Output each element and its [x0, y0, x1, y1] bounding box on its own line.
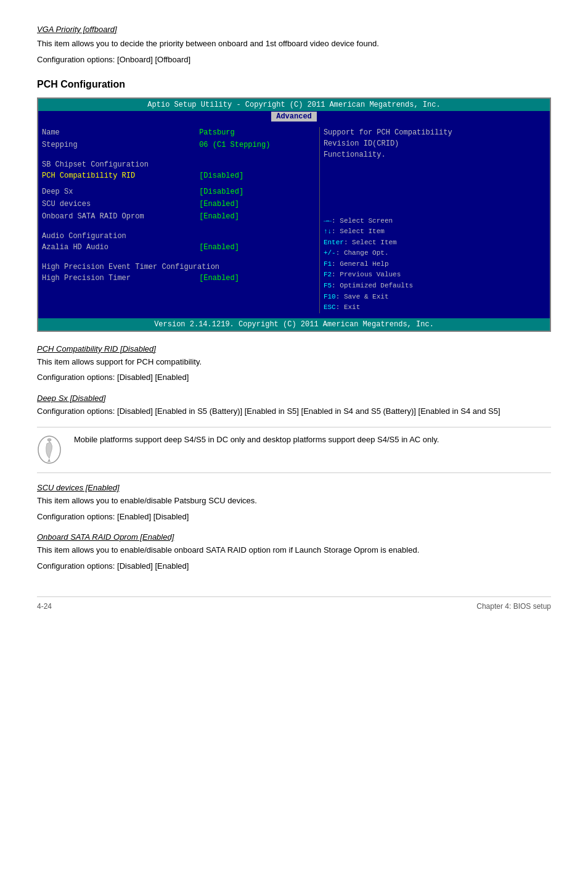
bios-row-azalia[interactable]: Azalia HD Audio [Enabled]	[42, 242, 313, 253]
bios-value-sata-raid: [Enabled]	[199, 211, 313, 222]
desc-deep-sx-title: Deep Sx [Disabled]	[37, 394, 551, 403]
bios-nav-f2: F2: Previous Values	[324, 270, 546, 281]
bios-nav-enter: Enter: Select Item	[324, 237, 546, 249]
bios-help-text: Support for PCH CompatibilityRevision ID…	[324, 127, 546, 160]
intro-config-options: Configuration options: [Onboard] [Offboa…	[37, 55, 551, 64]
bios-row-name: Name Patsburg	[42, 127, 313, 138]
page-number: 4-24	[37, 602, 52, 611]
bios-label-azalia: Azalia HD Audio	[42, 242, 199, 253]
pch-section-heading: PCH Configuration	[37, 79, 551, 90]
intro-title: VGA Priority [offboard]	[37, 25, 551, 34]
desc-scu-text: This item allows you to enable/disable P…	[37, 495, 551, 507]
bios-label-hpet: High Precision Timer	[42, 273, 199, 284]
intro-section: VGA Priority [offboard] This item allows…	[37, 25, 551, 64]
bios-nav-esc: ESC: Exit	[324, 302, 546, 313]
note-text: Mobile platforms support deep S4/S5 in D…	[74, 434, 439, 446]
chapter-label: Chapter 4: BIOS setup	[476, 602, 551, 611]
note-box: Mobile platforms support deep S4/S5 in D…	[37, 427, 551, 473]
bios-row-stepping: Stepping 06 (C1 Stepping)	[42, 139, 313, 151]
bios-value-hpet: [Enabled]	[199, 273, 313, 284]
bios-value-azalia: [Enabled]	[199, 242, 313, 253]
bios-value-name: Patsburg	[199, 127, 313, 138]
intro-description: This item allows you to decide the prior…	[37, 38, 551, 50]
bios-nav-select-screen: →←: Select Screen	[324, 216, 546, 227]
bios-audio-config-label: Audio Configuration	[42, 232, 313, 241]
desc-deep-sx: Deep Sx [Disabled] Configuration options…	[37, 394, 551, 418]
desc-deep-sx-text: Configuration options: [Disabled] [Enabl…	[37, 405, 551, 418]
bios-value-stepping: 06 (C1 Stepping)	[199, 139, 313, 151]
bios-label-pch-compat: PCH Compatibility RID	[42, 170, 199, 181]
bios-nav-keys: →←: Select Screen ↑↓: Select Item Enter:…	[324, 216, 546, 313]
note-icon	[37, 435, 67, 466]
bios-sb-chipset-label: SB Chipset Configuration	[42, 160, 313, 169]
bios-value-deep-sx: [Disabled]	[199, 186, 313, 197]
bios-footer: Version 2.14.1219. Copyright (C) 2011 Am…	[38, 318, 550, 331]
page-footer: 4-24 Chapter 4: BIOS setup	[37, 596, 551, 611]
desc-pch-compat-text: This item allows support for PCH compati…	[37, 356, 551, 368]
bios-row-deep-sx[interactable]: Deep Sx [Disabled]	[42, 186, 313, 197]
bios-row-pch-compat[interactable]: PCH Compatibility RID [Disabled]	[42, 170, 313, 181]
bios-tab-bar: Advanced	[38, 111, 550, 122]
bios-row-sata-raid[interactable]: Onboard SATA RAID Oprom [Enabled]	[42, 211, 313, 222]
bios-nav-f1: F1: General Help	[324, 259, 546, 270]
bios-hpet-label: High Precision Event Timer Configuration	[42, 263, 313, 271]
desc-pch-compat-title: PCH Compatibility RID [Disabled]	[37, 344, 551, 353]
bios-row-scu[interactable]: SCU devices [Enabled]	[42, 199, 313, 210]
desc-sata-raid: Onboard SATA RAID Oprom [Enabled] This i…	[37, 532, 551, 572]
bios-body: Name Patsburg Stepping 06 (C1 Stepping) …	[38, 122, 550, 318]
bios-label-sata-raid: Onboard SATA RAID Oprom	[42, 211, 199, 222]
bios-nav-f5: F5: Optimized Defaults	[324, 281, 546, 292]
page-content: VGA Priority [offboard] This item allows…	[37, 25, 551, 611]
svg-point-2	[47, 439, 51, 441]
bios-nav-change-opt: +/-: Change Opt.	[324, 248, 546, 259]
bios-tab-advanced[interactable]: Advanced	[271, 112, 317, 122]
desc-pch-compat-options: Configuration options: [Disabled] [Enabl…	[37, 371, 551, 384]
bios-label-stepping: Stepping	[42, 139, 199, 151]
bios-nav-select-item: ↑↓: Select Item	[324, 226, 546, 237]
bios-value-scu: [Enabled]	[199, 199, 313, 210]
desc-scu: SCU devices [Enabled] This item allows y…	[37, 483, 551, 522]
bios-left-panel: Name Patsburg Stepping 06 (C1 Stepping) …	[42, 127, 319, 313]
bios-label-name: Name	[42, 127, 199, 138]
bios-value-pch-compat: [Disabled]	[199, 170, 313, 181]
desc-sata-raid-title: Onboard SATA RAID Oprom [Enabled]	[37, 532, 551, 542]
desc-sata-raid-text: This item allows you to enable/disable o…	[37, 544, 551, 556]
desc-pch-compat: PCH Compatibility RID [Disabled] This it…	[37, 344, 551, 384]
desc-sata-raid-options: Configuration options: [Disabled] [Enabl…	[37, 560, 551, 572]
bios-nav-f10: F10: Save & Exit	[324, 292, 546, 303]
desc-scu-options: Configuration options: [Enabled] [Disabl…	[37, 511, 551, 523]
bios-title-bar: Aptio Setup Utility - Copyright (C) 2011…	[38, 99, 550, 111]
bios-row-hpet[interactable]: High Precision Timer [Enabled]	[42, 273, 313, 284]
bios-label-deep-sx: Deep Sx	[42, 186, 199, 197]
bios-screen: Aptio Setup Utility - Copyright (C) 2011…	[37, 97, 551, 332]
bios-label-scu: SCU devices	[42, 199, 199, 210]
desc-scu-title: SCU devices [Enabled]	[37, 483, 551, 492]
bios-right-panel: Support for PCH CompatibilityRevision ID…	[319, 127, 546, 313]
